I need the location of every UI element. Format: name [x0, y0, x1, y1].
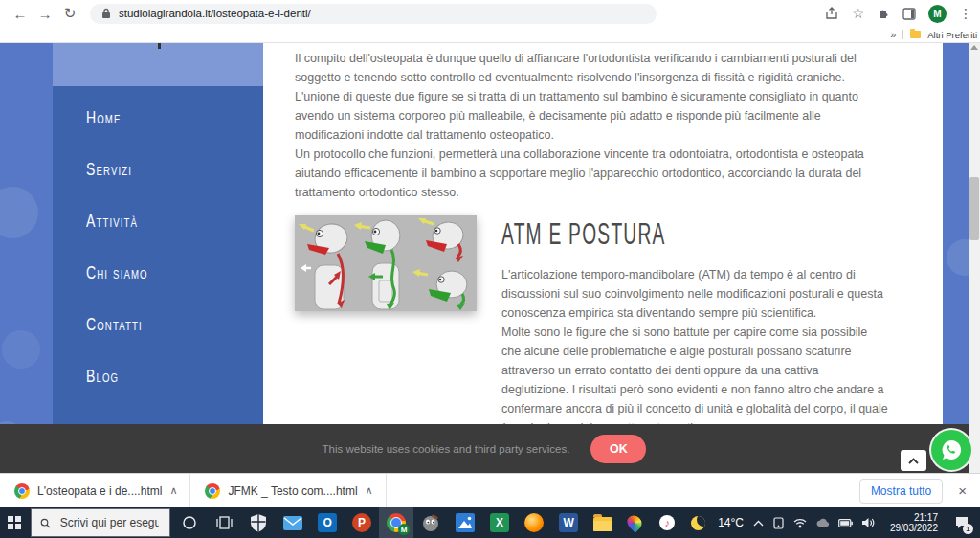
- menu-item-contatti[interactable]: Contatti: [86, 314, 217, 335]
- scroll-to-top-button[interactable]: [901, 450, 926, 471]
- taskbar-app-photos[interactable]: [448, 507, 482, 538]
- file-explorer-icon: [593, 517, 612, 531]
- cookie-message: This website uses cookies and third part…: [323, 443, 570, 455]
- bookmark-star-icon[interactable]: ☆: [852, 7, 864, 20]
- taskbar-app-gimp[interactable]: [413, 507, 448, 538]
- weather-temperature[interactable]: 14°C: [718, 516, 744, 529]
- taskbar-app-excel[interactable]: X: [482, 507, 517, 538]
- browser-toolbar: ← → ↻ studiolagirandola.it/losteopata-e-…: [0, 0, 980, 27]
- system-tray: [753, 517, 875, 529]
- menu-item-attivita[interactable]: Attività: [86, 211, 217, 232]
- bookmarks-overflow-icon[interactable]: »: [890, 29, 896, 40]
- volume-icon[interactable]: [861, 517, 875, 528]
- atm-text-column: ATM E POSTURA L'articolazione temporo-ma…: [501, 215, 888, 437]
- download-item[interactable]: JFMK _ Testo com....html ∧: [190, 474, 386, 507]
- chrome-file-icon: [14, 483, 30, 499]
- download-caret-icon[interactable]: ∧: [169, 484, 177, 497]
- lock-icon: [101, 8, 111, 19]
- notification-badge: 1: [963, 524, 973, 534]
- intro-text: Il compito dell'osteopata è dunque quell…: [295, 49, 880, 202]
- menu-item-blog[interactable]: Blog: [86, 366, 217, 387]
- action-center-button[interactable]: 1: [949, 507, 974, 538]
- wifi-icon[interactable]: [793, 518, 807, 528]
- taskbar-app-paint3d[interactable]: [620, 507, 649, 538]
- word-icon: W: [559, 513, 578, 532]
- tray-chevron-up-icon[interactable]: [753, 520, 764, 527]
- chrome-file-icon: [205, 483, 220, 499]
- search-input[interactable]: [58, 515, 161, 530]
- windows-logo-icon: [8, 516, 21, 529]
- scrollbar-up-arrow[interactable]: [970, 45, 978, 50]
- profile-avatar[interactable]: M: [928, 5, 947, 23]
- moon-icon: [691, 516, 705, 530]
- menu-item-chi-siamo[interactable]: Chi siamo: [86, 262, 217, 283]
- gimp-icon: [421, 513, 440, 532]
- extensions-icon[interactable]: [877, 7, 890, 20]
- windows-taskbar: O P M X: [0, 507, 980, 538]
- shield-icon: [250, 513, 267, 532]
- web-page: Home Servizi Attività Chi siamo Contatti…: [0, 43, 980, 473]
- downloads-actions: Mostra tutto ×: [859, 479, 980, 504]
- taskbar-app-powerpoint[interactable]: P: [345, 507, 379, 538]
- atm-section: ATM E POSTURA L'articolazione temporo-ma…: [295, 215, 943, 437]
- menu-item-servizi[interactable]: Servizi: [86, 159, 217, 180]
- reload-icon[interactable]: ↻: [57, 5, 82, 22]
- screen: ← → ↻ studiolagirandola.it/losteopata-e-…: [0, 0, 980, 538]
- pattern-shape: [947, 239, 969, 276]
- scrollbar-thumb[interactable]: [969, 177, 979, 240]
- powerpoint-icon: P: [352, 513, 371, 532]
- side-panel-icon[interactable]: [902, 8, 916, 20]
- taskbar-app-word[interactable]: W: [551, 507, 586, 538]
- taskbar-app-file-explorer[interactable]: [586, 507, 620, 538]
- downloads-bar: L'osteopata e i de....html ∧ JFMK _ Test…: [0, 473, 980, 507]
- photos-icon: [456, 513, 475, 532]
- itunes-icon: ♪: [659, 515, 675, 530]
- outlook-icon: O: [318, 513, 337, 532]
- sidebar-header: [53, 43, 263, 86]
- cortana-icon: [182, 515, 197, 530]
- battery-icon[interactable]: [838, 519, 853, 527]
- taskbar-search[interactable]: [31, 508, 170, 537]
- other-favorites[interactable]: Altri Preferiti: [927, 30, 977, 40]
- intro-paragraph: Un protocollo che funzioni, permetterà u…: [295, 145, 880, 202]
- menu-item-home[interactable]: Home: [86, 107, 217, 128]
- pattern-shape: [2, 330, 40, 369]
- cortana-button[interactable]: [172, 507, 207, 538]
- tablet-icon[interactable]: [772, 517, 785, 529]
- start-button[interactable]: [0, 507, 29, 538]
- background-strip-right: [943, 43, 969, 473]
- taskbar-app-itunes[interactable]: ♪: [653, 507, 681, 538]
- weather-widget[interactable]: [685, 507, 710, 538]
- taskbar-app-outlook[interactable]: O: [310, 507, 345, 538]
- cookie-ok-button[interactable]: OK: [590, 435, 646, 463]
- show-all-downloads-button[interactable]: Mostra tutto: [859, 479, 943, 504]
- clock-date: 29/03/2022: [890, 523, 938, 534]
- background-strip-left: [0, 43, 53, 473]
- intro-paragraph: L'unione di queste due figure se si trat…: [295, 87, 880, 145]
- share-icon[interactable]: [825, 7, 839, 20]
- page-scrollbar[interactable]: [969, 43, 980, 473]
- onedrive-cloud-icon[interactable]: [815, 518, 830, 527]
- chrome-menu-icon[interactable]: ⋮: [959, 7, 972, 20]
- downloads-close-icon[interactable]: ×: [958, 482, 967, 499]
- clock-time: 21:17: [890, 512, 938, 524]
- download-filename: L'osteopata e i de....html: [37, 484, 162, 498]
- download-item[interactable]: L'osteopata e i de....html ∧: [0, 474, 190, 507]
- folder-icon: [910, 31, 921, 38]
- site-menu: Home Servizi Attività Chi siamo Contatti…: [53, 86, 263, 473]
- taskbar-app-firefox[interactable]: [517, 507, 551, 538]
- atm-paragraph: L'articolazione temporo-mandibolare (ATM…: [501, 265, 888, 323]
- taskbar-clock[interactable]: 21:17 29/03/2022: [890, 512, 938, 534]
- back-icon[interactable]: ←: [8, 6, 33, 22]
- taskbar-app-antivirus[interactable]: [241, 507, 276, 538]
- taskbar-app-mail[interactable]: [276, 507, 310, 538]
- whatsapp-icon: [940, 438, 963, 461]
- task-view-button[interactable]: [207, 507, 241, 538]
- download-caret-icon[interactable]: ∧: [366, 484, 373, 497]
- forward-icon[interactable]: →: [33, 6, 57, 22]
- address-bar[interactable]: studiolagirandola.it/losteopata-e-i-dent…: [90, 4, 657, 24]
- article-content: Il compito dell'osteopata è dunque quell…: [263, 43, 943, 473]
- whatsapp-button[interactable]: [931, 430, 971, 470]
- browser-chrome: ← → ↻ studiolagirandola.it/losteopata-e-…: [0, 0, 980, 43]
- taskbar-app-chrome[interactable]: M: [379, 507, 413, 538]
